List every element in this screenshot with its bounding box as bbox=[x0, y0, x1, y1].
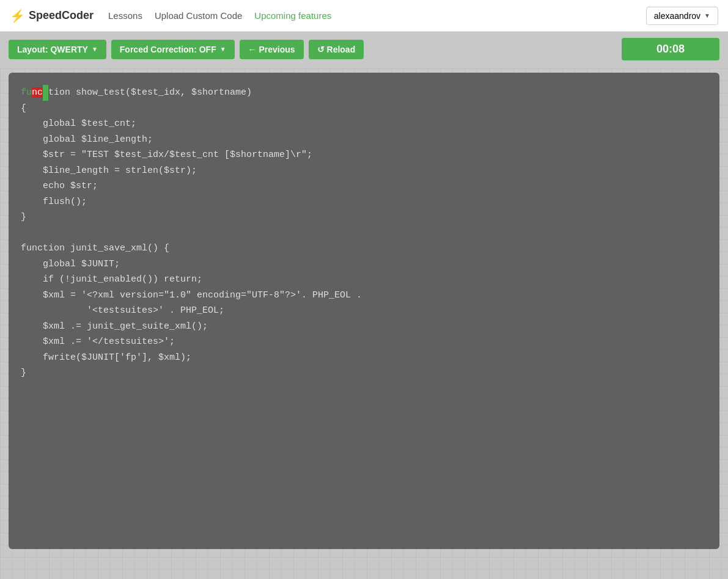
correction-button[interactable]: Forced Correction: OFF ▼ bbox=[111, 40, 235, 59]
cursor-block: _ bbox=[43, 85, 48, 101]
page-content: Layout: QWERTY ▼ Forced Correction: OFF … bbox=[0, 32, 728, 579]
user-caret-icon: ▼ bbox=[704, 12, 710, 19]
previous-button[interactable]: ← Previous bbox=[240, 40, 304, 59]
code-editor[interactable]: func_tion show_test($test_idx, $shortnam… bbox=[9, 73, 719, 549]
code-line-16: $xml .= '</testsuites>'; bbox=[21, 334, 707, 350]
typed-error-span: nc bbox=[32, 87, 43, 98]
code-rest-0: tion show_test($test_idx, $shortname) bbox=[48, 87, 252, 98]
correction-caret-icon: ▼ bbox=[220, 46, 226, 53]
code-line-10: function junit_save_xml() { bbox=[21, 241, 707, 257]
nav-upload[interactable]: Upload Custom Code bbox=[155, 10, 242, 21]
code-line-13: $xml = '<?xml version="1.0" encoding="UT… bbox=[21, 288, 707, 304]
previous-label: ← Previous bbox=[248, 45, 295, 54]
nav-links: Lessons Upload Custom Code Upcoming feat… bbox=[108, 10, 646, 21]
code-line-0: func_tion show_test($test_idx, $shortnam… bbox=[21, 85, 707, 101]
code-line-12: if (!junit_enabled()) return; bbox=[21, 272, 707, 288]
reload-label: ↺ Reload bbox=[317, 45, 356, 54]
code-line-3: global $line_length; bbox=[21, 132, 707, 148]
code-line-11: global $JUNIT; bbox=[21, 257, 707, 272]
code-line-8: } bbox=[21, 209, 707, 225]
username: alexaandrov bbox=[654, 11, 700, 21]
code-line-7: flush(); bbox=[21, 194, 707, 210]
code-line-15: $xml .= junit_get_suite_xml(); bbox=[21, 319, 707, 335]
layout-caret-icon: ▼ bbox=[92, 46, 98, 53]
typed-prefix-ok: fu bbox=[21, 87, 32, 98]
code-line-4: $str = "TEST $test_idx/$test_cnt [$short… bbox=[21, 147, 707, 163]
toolbar: Layout: QWERTY ▼ Forced Correction: OFF … bbox=[0, 32, 728, 67]
code-line-6: echo $str; bbox=[21, 178, 707, 194]
brand-link[interactable]: ⚡ SpeedCoder bbox=[10, 9, 94, 23]
code-line-5: $line_length = strlen($str); bbox=[21, 163, 707, 179]
reload-button[interactable]: ↺ Reload bbox=[309, 40, 364, 59]
layout-button[interactable]: Layout: QWERTY ▼ bbox=[9, 40, 106, 59]
correction-label: Forced Correction: OFF bbox=[120, 45, 216, 54]
navbar: ⚡ SpeedCoder Lessons Upload Custom Code … bbox=[0, 0, 728, 32]
code-line-17: fwrite($JUNIT['fp'], $xml); bbox=[21, 350, 707, 366]
nav-lessons[interactable]: Lessons bbox=[108, 10, 142, 21]
code-line-2: global $test_cnt; bbox=[21, 116, 707, 132]
layout-label: Layout: QWERTY bbox=[17, 45, 88, 54]
brand-name: SpeedCoder bbox=[29, 9, 94, 22]
lightning-icon: ⚡ bbox=[10, 9, 25, 23]
code-line-18: } bbox=[21, 365, 707, 381]
nav-upcoming[interactable]: Upcoming features bbox=[254, 10, 331, 21]
user-menu[interactable]: alexaandrov ▼ bbox=[646, 7, 718, 25]
code-line-1: { bbox=[21, 101, 707, 117]
timer-display: 00:08 bbox=[622, 38, 719, 60]
code-line-14: '<testsuites>' . PHP_EOL; bbox=[21, 303, 707, 319]
code-line-9 bbox=[21, 225, 707, 241]
